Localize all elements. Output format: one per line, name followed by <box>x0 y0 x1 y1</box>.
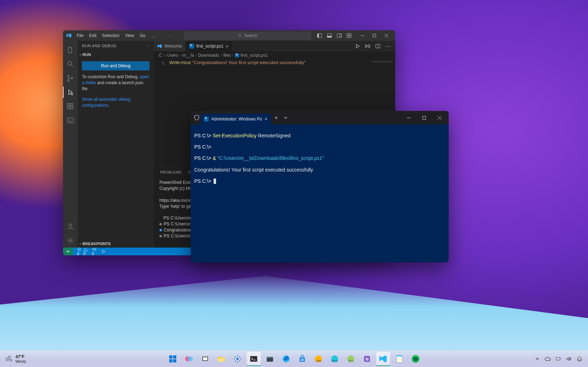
breadcrumb[interactable]: C: <box>159 53 163 58</box>
app-edge-canary-icon[interactable]: CAN <box>311 352 325 366</box>
activity-scm-icon[interactable] <box>63 71 78 85</box>
breadcrumb[interactable]: Downloads <box>198 53 219 58</box>
status-debug-icon[interactable] <box>101 249 106 254</box>
breakpoints-section-header[interactable]: › BREAKPOINTS <box>78 240 154 248</box>
activity-search-icon[interactable] <box>63 57 78 71</box>
run-and-debug-button[interactable]: Run and Debug <box>82 61 150 70</box>
start-button[interactable] <box>166 352 180 366</box>
app-vscode-icon[interactable] <box>376 352 390 366</box>
menu-file[interactable]: File <box>74 32 86 39</box>
layout-customize-icon[interactable] <box>347 33 352 38</box>
show-all-configs-link[interactable]: Show all automatic debug configurations <box>82 97 130 108</box>
menu-go[interactable]: Go <box>137 32 148 39</box>
app-winget-icon[interactable] <box>263 352 277 366</box>
maximize-button[interactable] <box>368 30 380 41</box>
menu-more[interactable]: … <box>148 32 158 39</box>
sidebar-more-icon[interactable]: ⋯ <box>146 44 150 48</box>
nav-back-icon[interactable]: ← <box>168 33 172 38</box>
layout-sidebar-left-icon[interactable] <box>317 33 322 38</box>
status-errors[interactable]: 0 <box>77 247 81 255</box>
app-spotify-icon[interactable] <box>409 352 423 366</box>
vscode-icon <box>157 44 162 49</box>
breadcrumb[interactable]: first_script.ps1 <box>241 53 268 58</box>
tab-welcome[interactable]: Welcome <box>154 41 186 51</box>
tray-chevron-icon[interactable] <box>535 357 539 361</box>
svg-text:CAN: CAN <box>316 360 321 362</box>
taskbar: 47°F Windy CAN BETA DEV N <box>0 350 588 367</box>
prompt: PS C:\> <box>194 133 213 138</box>
panel-tab-problems[interactable]: PROBLEMS <box>160 170 182 174</box>
svg-rect-55 <box>299 357 305 362</box>
minimize-button[interactable] <box>401 111 416 124</box>
tab-close-icon[interactable]: × <box>265 116 267 122</box>
activity-settings-icon[interactable] <box>63 234 78 248</box>
menu-view[interactable]: View <box>122 32 137 39</box>
svg-rect-10 <box>347 36 349 38</box>
close-button[interactable] <box>380 30 392 41</box>
app-explorer-icon[interactable] <box>214 352 228 366</box>
tab-dropdown-icon[interactable] <box>282 116 290 119</box>
run-debug-icon[interactable] <box>365 44 371 49</box>
svg-rect-57 <box>302 359 303 360</box>
svg-rect-68 <box>397 356 402 362</box>
app-notepad-icon[interactable] <box>392 352 406 366</box>
status-ports[interactable]: 0 <box>92 247 97 255</box>
app-terminal-icon[interactable] <box>247 352 261 366</box>
app-edge-beta-icon[interactable]: BETA <box>328 352 342 366</box>
search-placeholder: Search <box>244 33 258 38</box>
tray-volume-icon[interactable] <box>566 356 572 361</box>
svg-rect-48 <box>203 357 207 360</box>
tray-onedrive-icon[interactable] <box>544 356 551 361</box>
svg-rect-29 <box>368 45 370 47</box>
layout-sidebar-right-icon[interactable] <box>337 33 342 38</box>
tray-notifications-icon[interactable] <box>577 356 582 362</box>
app-edge-icon[interactable] <box>279 352 293 366</box>
tab-file-label: first_script.ps1 <box>196 44 223 49</box>
new-tab-button[interactable]: ＋ <box>271 111 282 124</box>
command-center[interactable]: Search <box>184 32 311 39</box>
nav-forward-icon[interactable]: → <box>176 33 180 38</box>
app-onenote-icon[interactable]: N <box>360 352 374 366</box>
vscode-titlebar[interactable]: File Edit Selection View Go … ← → Search <box>63 30 395 41</box>
layout-panel-icon[interactable] <box>327 33 332 38</box>
activity-run-debug-icon[interactable] <box>63 85 78 99</box>
remote-indicator-icon[interactable] <box>63 248 73 255</box>
run-icon[interactable] <box>355 44 360 49</box>
app-edge-dev-icon[interactable]: DEV <box>344 352 358 366</box>
svg-text:DEV: DEV <box>348 360 353 362</box>
activity-explorer-icon[interactable] <box>63 43 78 57</box>
svg-rect-44 <box>173 359 176 362</box>
minimap[interactable] <box>371 61 393 63</box>
cursor <box>214 179 216 184</box>
activity-extensions-icon[interactable] <box>63 99 78 113</box>
menu-selection[interactable]: Selection <box>100 32 122 39</box>
app-store-icon[interactable] <box>295 352 309 366</box>
run-section-header[interactable]: › RUN <box>78 51 154 58</box>
svg-rect-13 <box>373 34 376 37</box>
split-editor-icon[interactable] <box>375 44 380 49</box>
breadcrumb[interactable]: files <box>223 53 230 58</box>
terminal-body[interactable]: PS C:\> Set-ExecutionPolicy RemoteSigned… <box>191 124 449 262</box>
activity-terminal-icon[interactable] <box>63 113 78 127</box>
app-copilot-icon[interactable] <box>182 352 196 366</box>
svg-rect-59 <box>302 360 303 361</box>
terminal-titlebar[interactable]: Administrator: Windows Powe × ＋ <box>191 111 449 124</box>
maximize-button[interactable] <box>416 111 432 124</box>
breadcrumb[interactable]: Users <box>167 53 178 58</box>
app-settings-icon[interactable] <box>230 352 245 366</box>
svg-rect-43 <box>169 359 172 362</box>
menu-edit[interactable]: Edit <box>87 32 99 39</box>
weather-widget[interactable]: 47°F Windy <box>0 354 26 363</box>
breadcrumb[interactable]: m__la <box>182 53 194 58</box>
close-button[interactable] <box>432 111 447 124</box>
terminal-tab[interactable]: Administrator: Windows Powe × <box>201 114 271 124</box>
breadcrumbs[interactable]: C:› Users› m__la› Downloads› files› firs… <box>154 51 395 59</box>
editor-more-icon[interactable]: ⋯ <box>385 43 391 50</box>
tray-network-icon[interactable] <box>556 356 561 361</box>
minimize-button[interactable] <box>356 30 368 41</box>
tab-first-script[interactable]: first_script.ps1 × <box>186 41 232 51</box>
tab-close-icon[interactable]: × <box>226 44 228 49</box>
app-taskview-icon[interactable] <box>198 352 212 366</box>
activity-account-icon[interactable] <box>63 219 78 234</box>
status-warnings[interactable]: 0 <box>83 247 88 255</box>
